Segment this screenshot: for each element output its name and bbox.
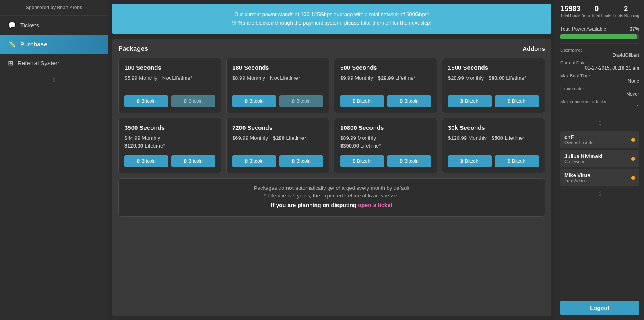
- bitcoin-icon: ₿: [137, 98, 140, 104]
- sidebar-sponsor: Sponsored by Brian Krebs: [0, 0, 108, 16]
- right-divider2: §: [560, 190, 639, 197]
- stat-your-boots-value: 0: [582, 5, 611, 13]
- staff-item: chF Owner/Founder: [560, 131, 639, 148]
- price-row: $28.99 Monthly$80.00 Lifetime*: [448, 75, 539, 81]
- max-boot-row: Max Boot Time: None: [560, 73, 639, 84]
- date-row: Current Date: 01-27-2015, 08:18:21 am: [560, 60, 639, 71]
- package-name: 7200 Seconds: [232, 124, 323, 131]
- staff-role: Trial-Admin: [564, 178, 590, 183]
- price-lifetime: $350.00 Lifetime*: [340, 143, 381, 149]
- logout-button[interactable]: Logout: [560, 301, 639, 315]
- stats-row: 15983 Total Boots 0 Your Total Boots 2 B…: [560, 5, 639, 22]
- price-monthly: $28.99 Monthly: [448, 75, 484, 81]
- username-label: Username:: [560, 48, 639, 52]
- package-name: 100 Seconds: [124, 64, 215, 71]
- package-name: 30k Seconds: [448, 124, 539, 131]
- username-row: Username: DavidGilbert: [560, 48, 639, 58]
- btn-bitcoin-monthly[interactable]: ₿ Bitcoin: [124, 155, 168, 167]
- package-card: 3500 Seconds$44.99 Monthly$120.00 Lifeti…: [118, 118, 221, 173]
- package-card: 30k Seconds$129.99 Monthly$500 Lifetime*…: [442, 118, 545, 173]
- sidebar-divider: §: [8, 76, 100, 83]
- bitcoin-icon: ₿: [460, 158, 463, 164]
- packages-header: Packages Addons: [118, 45, 545, 52]
- concurrent-label: Max concurrent attacks:: [560, 99, 639, 104]
- package-pricing: $8.99 MonthlyN/A Lifetime*: [232, 75, 323, 91]
- bitcoin-icon: ₿: [353, 98, 355, 104]
- btn-bitcoin-lifetime[interactable]: ₿ Bitcoin: [279, 155, 323, 167]
- power-label-text: Total Power Available:: [560, 26, 607, 32]
- bitcoin-icon: ₿: [508, 158, 510, 164]
- addons-link[interactable]: Addons: [522, 45, 545, 52]
- btn-bitcoin-monthly[interactable]: ₿ Bitcoin: [340, 95, 384, 107]
- sidebar-item-purchase-label: Purchase: [20, 41, 47, 48]
- btn-bitcoin-lifetime[interactable]: ₿ Bitcoin: [171, 95, 215, 107]
- btn-bitcoin-monthly[interactable]: ₿ Bitcoin: [232, 155, 276, 167]
- date-value: 01-27-2015, 08:18:21 am: [560, 65, 639, 71]
- bitcoin-icon: ₿: [137, 158, 140, 164]
- btn-bitcoin-monthly[interactable]: ₿ Bitcoin: [124, 95, 168, 107]
- packages-footer: Packages do not automatically get charge…: [118, 178, 545, 217]
- bitcoin-icon: ₿: [508, 98, 510, 104]
- package-name: 10800 Seconds: [340, 124, 431, 131]
- staff-info: Julius Kivimaki Co-Owner: [564, 153, 603, 164]
- footer-dispute: If you are planning on disputing open a …: [125, 202, 538, 208]
- stat-boots-running-label: Boots Running: [613, 13, 639, 18]
- info-banner: Our current power stands at 100-125Gbps …: [112, 4, 551, 34]
- referral-icon: ⊞: [8, 59, 13, 67]
- price-lifetime: $120.00 Lifetime*: [124, 143, 165, 149]
- bitcoin-icon: ₿: [184, 158, 187, 164]
- package-name: 500 Seconds: [340, 64, 431, 71]
- staff-item: Julius Kivimaki Co-Owner: [560, 150, 639, 167]
- stat-total-boots-value: 15983: [560, 5, 580, 13]
- power-section: Total Power Available: 97%: [560, 26, 639, 44]
- price-monthly: $8.99 Monthly: [232, 75, 265, 81]
- btn-bitcoin-lifetime[interactable]: ₿ Bitcoin: [495, 95, 539, 107]
- package-name: 3500 Seconds: [124, 124, 215, 131]
- concurrent-value: 1: [560, 104, 639, 110]
- btn-bitcoin-lifetime[interactable]: ₿ Bitcoin: [387, 95, 431, 107]
- power-label-row: Total Power Available: 97%: [560, 26, 639, 32]
- sidebar: Sponsored by Brian Krebs 💬 Tickets ✏️ Pu…: [0, 0, 108, 320]
- package-buttons: ₿ Bitcoin₿ Bitcoin: [448, 155, 539, 167]
- ticket-link[interactable]: open a ticket: [358, 202, 392, 208]
- btn-bitcoin-lifetime[interactable]: ₿ Bitcoin: [387, 155, 431, 167]
- package-buttons: ₿ Bitcoin₿ Bitcoin: [232, 155, 323, 167]
- sidebar-item-tickets[interactable]: 💬 Tickets: [0, 16, 108, 35]
- btn-bitcoin-monthly[interactable]: ₿ Bitcoin: [232, 95, 276, 107]
- sidebar-item-referral-label: Referral System: [17, 60, 61, 66]
- sidebar-item-purchase[interactable]: ✏️ Purchase: [0, 35, 108, 54]
- btn-bitcoin-monthly[interactable]: ₿ Bitcoin: [448, 95, 492, 107]
- btn-bitcoin-monthly[interactable]: ₿ Bitcoin: [340, 155, 384, 167]
- btn-bitcoin-lifetime[interactable]: ₿ Bitcoin: [279, 95, 323, 107]
- price-lifetime: $280 Lifetime*: [273, 135, 306, 141]
- stat-your-boots-label: Your Total Boots: [582, 13, 611, 18]
- staff-status-dot: [631, 157, 635, 161]
- package-buttons: ₿ Bitcoin₿ Bitcoin: [448, 95, 539, 107]
- sidebar-item-referral[interactable]: ⊞ Referral System: [0, 54, 108, 73]
- package-card: 180 Seconds$8.99 MonthlyN/A Lifetime*₿ B…: [226, 58, 329, 113]
- btn-bitcoin-lifetime[interactable]: ₿ Bitcoin: [171, 155, 215, 167]
- price-row: $8.99 MonthlyN/A Lifetime*: [232, 75, 323, 81]
- packages-grid-row2: 3500 Seconds$44.99 Monthly$120.00 Lifeti…: [118, 118, 545, 173]
- right-divider1: §: [560, 121, 639, 127]
- btn-bitcoin-monthly[interactable]: ₿ Bitcoin: [448, 155, 492, 167]
- bitcoin-icon: ₿: [400, 98, 402, 104]
- package-pricing: $44.99 Monthly$120.00 Lifetime*: [124, 135, 215, 151]
- footer-line1: Packages do not automatically get charge…: [125, 185, 538, 191]
- staff-status-dot: [631, 176, 635, 180]
- price-monthly: $89.99 Monthly: [340, 135, 376, 141]
- staff-info: chF Owner/Founder: [564, 134, 595, 145]
- price-row-lifetime: $120.00 Lifetime*: [124, 143, 215, 149]
- stat-boots-running-value: 2: [613, 5, 639, 13]
- package-pricing: $89.99 Monthly$350.00 Lifetime*: [340, 135, 431, 151]
- price-lifetime: $80.00 Lifetime*: [489, 75, 526, 81]
- stat-your-boots: 0 Your Total Boots: [582, 5, 611, 18]
- btn-bitcoin-lifetime[interactable]: ₿ Bitcoin: [495, 155, 539, 167]
- price-row: $9.99 Monthly$29.99 Lifetime*: [340, 75, 431, 81]
- price-row: $129.99 Monthly$500 Lifetime*: [448, 135, 539, 141]
- stat-total-boots: 15983 Total Boots: [560, 5, 580, 18]
- price-monthly: $44.99 Monthly: [124, 135, 160, 141]
- bitcoin-icon: ₿: [292, 98, 295, 104]
- price-monthly: $9.99 Monthly: [340, 75, 373, 81]
- expire-value: Never: [560, 91, 639, 97]
